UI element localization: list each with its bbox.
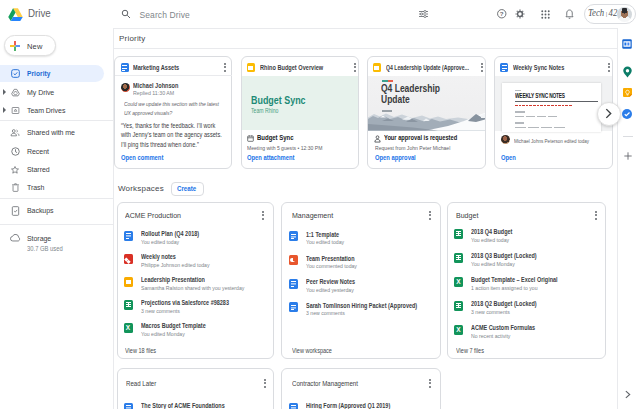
- svg-text:?: ?: [500, 10, 504, 17]
